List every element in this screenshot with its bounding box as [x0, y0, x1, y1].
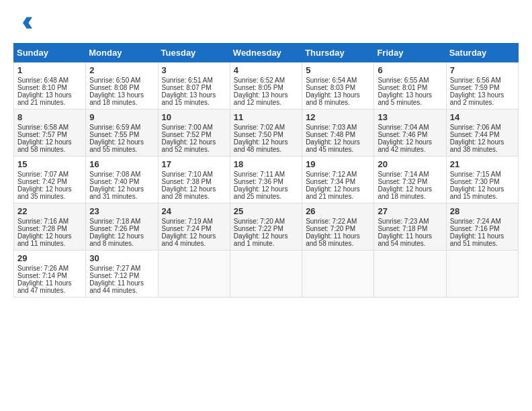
day-number: 11 — [234, 112, 298, 122]
sunset-text: Sunset: 7:22 PM — [234, 225, 298, 232]
calendar-week-row: 8Sunrise: 6:58 AMSunset: 7:57 PMDaylight… — [14, 109, 519, 156]
calendar-cell: 20Sunrise: 7:14 AMSunset: 7:32 PMDayligh… — [374, 156, 446, 203]
sunset-text: Sunset: 8:10 PM — [17, 84, 82, 91]
sunset-text: Sunset: 7:32 PM — [378, 178, 442, 185]
calendar-cell: 13Sunrise: 7:04 AMSunset: 7:46 PMDayligh… — [374, 109, 446, 156]
day-number: 30 — [89, 253, 154, 263]
sunrise-text: Sunrise: 7:02 AM — [234, 124, 298, 131]
calendar-body: 1Sunrise: 6:48 AMSunset: 8:10 PMDaylight… — [14, 62, 519, 298]
calendar-cell: 5Sunrise: 6:54 AMSunset: 8:03 PMDaylight… — [302, 62, 374, 109]
day-number: 17 — [162, 159, 226, 169]
sunrise-text: Sunrise: 6:48 AM — [17, 77, 82, 84]
daylight-text: Daylight: 12 hours and 42 minutes. — [378, 138, 442, 153]
sunset-text: Sunset: 7:28 PM — [17, 225, 82, 232]
sunrise-text: Sunrise: 7:22 AM — [306, 218, 370, 225]
daylight-text: Daylight: 13 hours and 18 minutes. — [89, 91, 154, 106]
calendar-cell: 22Sunrise: 7:16 AMSunset: 7:28 PMDayligh… — [14, 203, 86, 250]
calendar-cell: 14Sunrise: 7:06 AMSunset: 7:44 PMDayligh… — [446, 109, 518, 156]
calendar-cell: 26Sunrise: 7:22 AMSunset: 7:20 PMDayligh… — [302, 203, 374, 250]
daylight-text: Daylight: 11 hours and 44 minutes. — [89, 279, 154, 294]
sunrise-text: Sunrise: 7:27 AM — [89, 265, 154, 272]
day-header-tuesday: Tuesday — [158, 44, 230, 62]
calendar-cell: 24Sunrise: 7:19 AMSunset: 7:24 PMDayligh… — [158, 203, 230, 250]
calendar-cell: 30Sunrise: 7:27 AMSunset: 7:12 PMDayligh… — [86, 250, 158, 298]
calendar-header-row: SundayMondayTuesdayWednesdayThursdayFrid… — [14, 44, 519, 62]
calendar-cell: 15Sunrise: 7:07 AMSunset: 7:42 PMDayligh… — [14, 156, 86, 203]
day-number: 22 — [17, 206, 82, 216]
day-header-saturday: Saturday — [446, 44, 518, 62]
page-header — [13, 13, 519, 32]
calendar-cell — [374, 250, 446, 298]
sunset-text: Sunset: 7:55 PM — [89, 131, 154, 138]
sunset-text: Sunset: 7:42 PM — [17, 178, 82, 185]
day-number: 25 — [234, 206, 298, 216]
calendar-cell: 28Sunrise: 7:24 AMSunset: 7:16 PMDayligh… — [446, 203, 518, 250]
sunrise-text: Sunrise: 7:26 AM — [17, 265, 82, 272]
daylight-text: Daylight: 12 hours and 58 minutes. — [17, 138, 82, 153]
sunset-text: Sunset: 7:48 PM — [306, 131, 370, 138]
daylight-text: Daylight: 13 hours and 8 minutes. — [306, 91, 370, 106]
sunset-text: Sunset: 7:30 PM — [450, 178, 515, 185]
calendar-cell: 1Sunrise: 6:48 AMSunset: 8:10 PMDaylight… — [14, 62, 86, 109]
day-number: 16 — [89, 159, 154, 169]
day-number: 19 — [306, 159, 370, 169]
daylight-text: Daylight: 13 hours and 2 minutes. — [450, 91, 515, 106]
daylight-text: Daylight: 12 hours and 11 minutes. — [17, 232, 82, 247]
calendar-cell: 27Sunrise: 7:23 AMSunset: 7:18 PMDayligh… — [374, 203, 446, 250]
sunrise-text: Sunrise: 7:06 AM — [450, 124, 515, 131]
sunrise-text: Sunrise: 7:08 AM — [89, 171, 154, 178]
calendar-cell: 11Sunrise: 7:02 AMSunset: 7:50 PMDayligh… — [230, 109, 302, 156]
sunset-text: Sunset: 7:46 PM — [378, 131, 442, 138]
day-number: 5 — [306, 65, 370, 75]
sunrise-text: Sunrise: 6:59 AM — [89, 124, 154, 131]
day-number: 15 — [17, 159, 82, 169]
calendar-cell: 4Sunrise: 6:52 AMSunset: 8:05 PMDaylight… — [230, 62, 302, 109]
day-number: 2 — [89, 65, 154, 75]
calendar-cell — [302, 250, 374, 298]
daylight-text: Daylight: 12 hours and 28 minutes. — [162, 185, 226, 200]
sunrise-text: Sunrise: 7:15 AM — [450, 171, 515, 178]
sunrise-text: Sunrise: 7:16 AM — [17, 218, 82, 225]
daylight-text: Daylight: 12 hours and 52 minutes. — [162, 138, 226, 153]
daylight-text: Daylight: 12 hours and 1 minute. — [234, 232, 298, 247]
logo-icon — [13, 13, 32, 32]
sunrise-text: Sunrise: 7:10 AM — [162, 171, 226, 178]
daylight-text: Daylight: 13 hours and 15 minutes. — [162, 91, 226, 106]
sunset-text: Sunset: 7:18 PM — [378, 225, 442, 232]
calendar-table: SundayMondayTuesdayWednesdayThursdayFrid… — [13, 43, 519, 298]
sunset-text: Sunset: 7:20 PM — [306, 225, 370, 232]
calendar-cell: 10Sunrise: 7:00 AMSunset: 7:52 PMDayligh… — [158, 109, 230, 156]
calendar-cell: 18Sunrise: 7:11 AMSunset: 7:36 PMDayligh… — [230, 156, 302, 203]
sunset-text: Sunset: 7:14 PM — [17, 272, 82, 279]
sunset-text: Sunset: 7:24 PM — [162, 225, 226, 232]
sunrise-text: Sunrise: 7:03 AM — [306, 124, 370, 131]
day-number: 12 — [306, 112, 370, 122]
sunset-text: Sunset: 8:08 PM — [89, 84, 154, 91]
daylight-text: Daylight: 11 hours and 54 minutes. — [378, 232, 442, 247]
sunrise-text: Sunrise: 7:19 AM — [162, 218, 226, 225]
calendar-cell: 6Sunrise: 6:55 AMSunset: 8:01 PMDaylight… — [374, 62, 446, 109]
daylight-text: Daylight: 12 hours and 25 minutes. — [234, 185, 298, 200]
calendar-cell: 16Sunrise: 7:08 AMSunset: 7:40 PMDayligh… — [86, 156, 158, 203]
day-header-sunday: Sunday — [14, 44, 86, 62]
day-number: 24 — [162, 206, 226, 216]
sunrise-text: Sunrise: 6:56 AM — [450, 77, 515, 84]
day-number: 10 — [162, 112, 226, 122]
calendar-week-row: 29Sunrise: 7:26 AMSunset: 7:14 PMDayligh… — [14, 250, 519, 298]
daylight-text: Daylight: 13 hours and 5 minutes. — [378, 91, 442, 106]
sunset-text: Sunset: 7:59 PM — [450, 84, 515, 91]
calendar-cell: 8Sunrise: 6:58 AMSunset: 7:57 PMDaylight… — [14, 109, 86, 156]
day-number: 9 — [89, 112, 154, 122]
svg-marker-0 — [23, 17, 32, 29]
sunrise-text: Sunrise: 6:55 AM — [378, 77, 442, 84]
sunrise-text: Sunrise: 7:14 AM — [378, 171, 442, 178]
daylight-text: Daylight: 12 hours and 21 minutes. — [306, 185, 370, 200]
sunrise-text: Sunrise: 7:12 AM — [306, 171, 370, 178]
day-number: 23 — [89, 206, 154, 216]
sunrise-text: Sunrise: 7:04 AM — [378, 124, 442, 131]
daylight-text: Daylight: 12 hours and 8 minutes. — [89, 232, 154, 247]
daylight-text: Daylight: 13 hours and 12 minutes. — [234, 91, 298, 106]
daylight-text: Daylight: 12 hours and 4 minutes. — [162, 232, 226, 247]
sunrise-text: Sunrise: 7:00 AM — [162, 124, 226, 131]
calendar-cell: 19Sunrise: 7:12 AMSunset: 7:34 PMDayligh… — [302, 156, 374, 203]
